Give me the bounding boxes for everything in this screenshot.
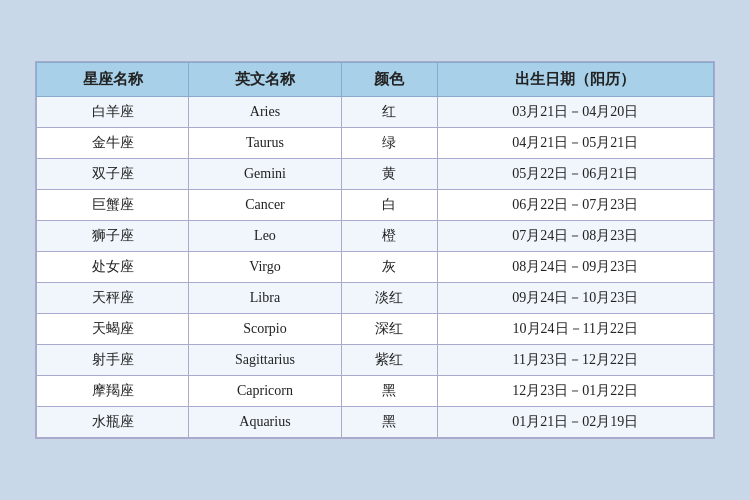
cell-chinese: 白羊座 bbox=[37, 97, 189, 128]
zodiac-table-container: 星座名称 英文名称 颜色 出生日期（阳历） 白羊座Aries红03月21日－04… bbox=[35, 61, 715, 439]
cell-date: 12月23日－01月22日 bbox=[437, 376, 713, 407]
cell-english: Leo bbox=[189, 221, 341, 252]
cell-date: 04月21日－05月21日 bbox=[437, 128, 713, 159]
table-header-row: 星座名称 英文名称 颜色 出生日期（阳历） bbox=[37, 63, 714, 97]
zodiac-table: 星座名称 英文名称 颜色 出生日期（阳历） 白羊座Aries红03月21日－04… bbox=[36, 62, 714, 438]
table-row: 双子座Gemini黄05月22日－06月21日 bbox=[37, 159, 714, 190]
cell-english: Aquarius bbox=[189, 407, 341, 438]
cell-date: 11月23日－12月22日 bbox=[437, 345, 713, 376]
cell-date: 07月24日－08月23日 bbox=[437, 221, 713, 252]
table-row: 天蝎座Scorpio深红10月24日－11月22日 bbox=[37, 314, 714, 345]
cell-date: 06月22日－07月23日 bbox=[437, 190, 713, 221]
cell-english: Capricorn bbox=[189, 376, 341, 407]
table-row: 狮子座Leo橙07月24日－08月23日 bbox=[37, 221, 714, 252]
table-row: 金牛座Taurus绿04月21日－05月21日 bbox=[37, 128, 714, 159]
table-row: 射手座Sagittarius紫红11月23日－12月22日 bbox=[37, 345, 714, 376]
cell-color: 深红 bbox=[341, 314, 437, 345]
col-header-english: 英文名称 bbox=[189, 63, 341, 97]
cell-color: 绿 bbox=[341, 128, 437, 159]
table-row: 处女座Virgo灰08月24日－09月23日 bbox=[37, 252, 714, 283]
table-row: 天秤座Libra淡红09月24日－10月23日 bbox=[37, 283, 714, 314]
cell-date: 05月22日－06月21日 bbox=[437, 159, 713, 190]
cell-chinese: 金牛座 bbox=[37, 128, 189, 159]
cell-color: 黑 bbox=[341, 407, 437, 438]
cell-english: Libra bbox=[189, 283, 341, 314]
cell-color: 橙 bbox=[341, 221, 437, 252]
cell-date: 03月21日－04月20日 bbox=[437, 97, 713, 128]
cell-color: 黑 bbox=[341, 376, 437, 407]
cell-date: 01月21日－02月19日 bbox=[437, 407, 713, 438]
cell-date: 08月24日－09月23日 bbox=[437, 252, 713, 283]
cell-chinese: 处女座 bbox=[37, 252, 189, 283]
cell-color: 红 bbox=[341, 97, 437, 128]
table-row: 摩羯座Capricorn黑12月23日－01月22日 bbox=[37, 376, 714, 407]
table-row: 巨蟹座Cancer白06月22日－07月23日 bbox=[37, 190, 714, 221]
table-row: 水瓶座Aquarius黑01月21日－02月19日 bbox=[37, 407, 714, 438]
cell-english: Cancer bbox=[189, 190, 341, 221]
cell-color: 紫红 bbox=[341, 345, 437, 376]
cell-english: Gemini bbox=[189, 159, 341, 190]
cell-english: Scorpio bbox=[189, 314, 341, 345]
cell-english: Virgo bbox=[189, 252, 341, 283]
cell-chinese: 水瓶座 bbox=[37, 407, 189, 438]
cell-english: Aries bbox=[189, 97, 341, 128]
cell-english: Taurus bbox=[189, 128, 341, 159]
cell-chinese: 巨蟹座 bbox=[37, 190, 189, 221]
cell-color: 白 bbox=[341, 190, 437, 221]
table-row: 白羊座Aries红03月21日－04月20日 bbox=[37, 97, 714, 128]
col-header-color: 颜色 bbox=[341, 63, 437, 97]
cell-chinese: 天蝎座 bbox=[37, 314, 189, 345]
cell-color: 灰 bbox=[341, 252, 437, 283]
cell-color: 黄 bbox=[341, 159, 437, 190]
col-header-date: 出生日期（阳历） bbox=[437, 63, 713, 97]
cell-date: 09月24日－10月23日 bbox=[437, 283, 713, 314]
cell-color: 淡红 bbox=[341, 283, 437, 314]
cell-chinese: 天秤座 bbox=[37, 283, 189, 314]
cell-date: 10月24日－11月22日 bbox=[437, 314, 713, 345]
col-header-chinese: 星座名称 bbox=[37, 63, 189, 97]
cell-english: Sagittarius bbox=[189, 345, 341, 376]
cell-chinese: 摩羯座 bbox=[37, 376, 189, 407]
cell-chinese: 狮子座 bbox=[37, 221, 189, 252]
cell-chinese: 双子座 bbox=[37, 159, 189, 190]
cell-chinese: 射手座 bbox=[37, 345, 189, 376]
